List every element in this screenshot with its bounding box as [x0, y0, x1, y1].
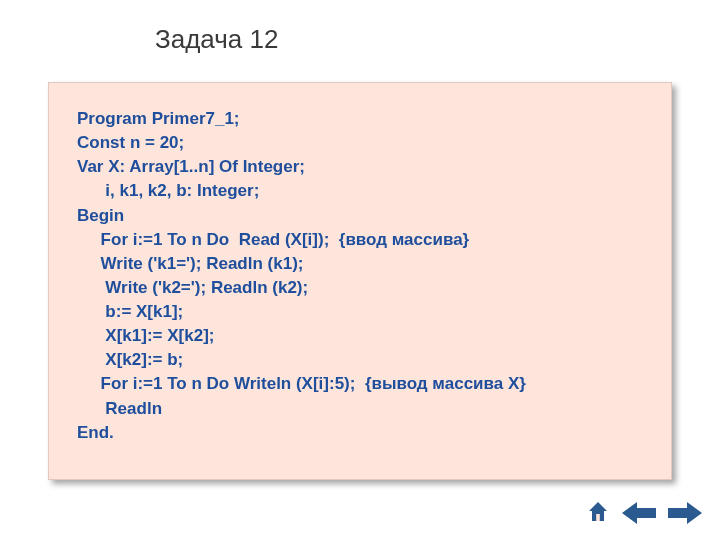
home-icon: [588, 500, 608, 526]
nav-controls: [586, 498, 702, 528]
arrow-right-icon: [668, 500, 702, 526]
code-container: Program Primer7_1; Const n = 20; Var X: …: [48, 82, 672, 480]
code-line: i, k1, k2, b: Integer;: [77, 179, 643, 203]
code-line: Program Primer7_1;: [77, 107, 643, 131]
svg-marker-1: [589, 502, 607, 511]
code-line: For i:=1 To n Do Writeln (X[i]:5); {выво…: [77, 372, 643, 396]
svg-marker-3: [622, 502, 656, 524]
code-line: Write ('k2='); Readln (k2);: [77, 276, 643, 300]
code-line: Readln: [77, 397, 643, 421]
slide-title: Задача 12: [155, 24, 278, 55]
next-button[interactable]: [668, 498, 702, 528]
code-line: For i:=1 To n Do Read (X[i]); {ввод масс…: [77, 228, 643, 252]
home-button[interactable]: [586, 500, 610, 526]
code-line: X[k2]:= b;: [77, 348, 643, 372]
svg-rect-2: [596, 514, 600, 521]
code-line: Begin: [77, 204, 643, 228]
svg-marker-4: [668, 502, 702, 524]
prev-button[interactable]: [622, 498, 656, 528]
code-line: End.: [77, 421, 643, 445]
code-line: Var X: Array[1..n] Of Integer;: [77, 155, 643, 179]
code-line: X[k1]:= X[k2];: [77, 324, 643, 348]
code-line: Const n = 20;: [77, 131, 643, 155]
code-line: Write ('k1='); Readln (k1);: [77, 252, 643, 276]
code-line: b:= X[k1];: [77, 300, 643, 324]
arrow-left-icon: [622, 500, 656, 526]
